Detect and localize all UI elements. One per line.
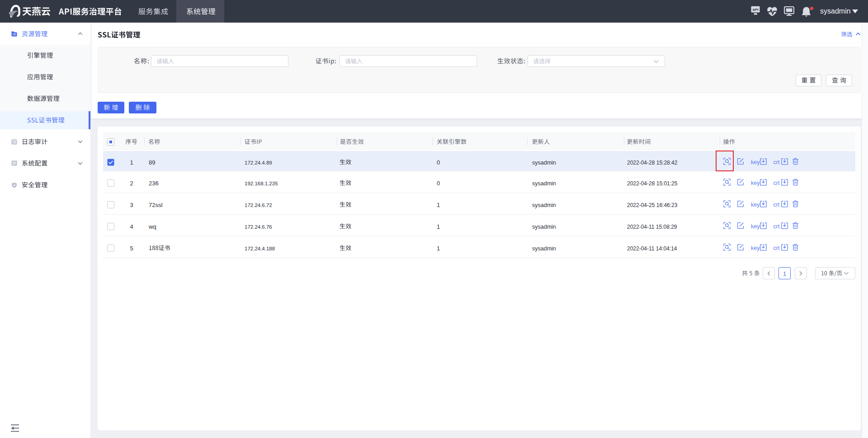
svg-text:API: API xyxy=(752,8,758,12)
